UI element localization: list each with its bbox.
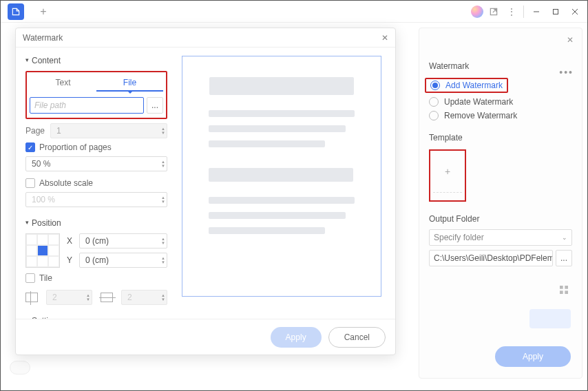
proportion-checkbox[interactable]: ✓ [25,142,35,152]
tile-label: Tile [39,273,52,283]
page-label: Page [25,126,46,136]
radio-add-watermark[interactable]: Add Watermark [429,78,572,93]
specify-folder-select[interactable]: Specify folder⌄ [429,229,572,246]
output-path-field[interactable]: C:\Users\Geili\Desktop\PDFelement\W... [429,250,553,266]
absolute-value: 100 % ▲▼ [25,192,167,207]
proportion-value[interactable]: 50 % ▲▼ [25,156,167,171]
x-offset-spinner[interactable]: 0 (cm) ▲▼ [79,233,167,249]
template-label: Template [429,133,572,142]
position-center[interactable] [37,245,48,256]
window-close[interactable] [565,2,585,21]
tile-vertical-icon [25,293,38,302]
tile-vertical-spinner: 2▲▼ [46,290,92,305]
side-more-icon[interactable]: ••• [559,67,574,78]
y-offset-spinner[interactable]: 0 (cm) ▲▼ [79,253,167,268]
output-browse-button[interactable]: ... [556,250,572,266]
background-stub [529,309,571,328]
dialog-title: Watermark [23,33,63,43]
window-maximize[interactable] [546,2,565,21]
svg-rect-7 [560,290,563,294]
proportion-label: Proportion of pages [39,142,112,152]
output-folder-label: Output Folder [429,214,572,224]
svg-rect-8 [565,290,568,294]
y-label: Y [67,255,75,265]
share-icon[interactable] [485,3,503,21]
absolute-label: Absolute scale [39,178,93,188]
cancel-button[interactable]: Cancel [328,327,386,348]
svg-rect-6 [565,286,568,289]
position-grid[interactable] [25,233,60,268]
position-section-header[interactable]: ▾Position [25,218,167,228]
svg-rect-5 [560,286,563,289]
window-minimize[interactable] [527,2,546,21]
radio-remove-watermark[interactable]: Remove Watermark [429,111,572,120]
app-logo [8,3,24,20]
kebab-icon[interactable]: ⋮ [503,3,521,21]
new-tab-button[interactable]: + [35,3,52,20]
tab-file[interactable]: File [96,75,163,92]
tile-horizontal-icon [101,293,113,302]
content-section-header[interactable]: ▾Content [25,56,167,65]
dialog-close-button[interactable]: ✕ [381,33,388,43]
tab-text[interactable]: Text [30,75,96,92]
absolute-checkbox[interactable] [25,178,35,188]
tile-horizontal-spinner: 2▲▼ [121,290,167,305]
side-panel: ✕ ••• Watermark Add Watermark Update Wat… [419,28,582,379]
side-close-button[interactable]: ✕ [563,32,578,47]
file-path-input[interactable]: File path [30,97,144,114]
radio-update-watermark[interactable]: Update Watermark [429,97,572,107]
document-preview [182,56,381,297]
page-spinner[interactable]: 1 ▲▼ [50,123,167,138]
ai-icon[interactable] [471,6,483,18]
watermark-dialog: Watermark ✕ ▾Content Text File File path… [15,28,396,355]
side-title: Watermark [429,61,572,71]
svg-rect-2 [554,9,558,14]
grid-view-icon[interactable] [558,284,569,297]
file-browse-button[interactable]: ... [147,97,163,114]
background-pill [10,361,30,374]
add-template-button[interactable]: + [429,149,466,202]
side-apply-button[interactable]: Apply [495,346,571,367]
tile-checkbox[interactable] [25,273,35,283]
preview-pane [174,47,395,319]
highlight-box: Text File File path ... [25,71,167,119]
window-titlebar: + ⋮ [1,1,587,23]
x-label: X [67,236,75,246]
apply-button[interactable]: Apply [271,327,322,348]
